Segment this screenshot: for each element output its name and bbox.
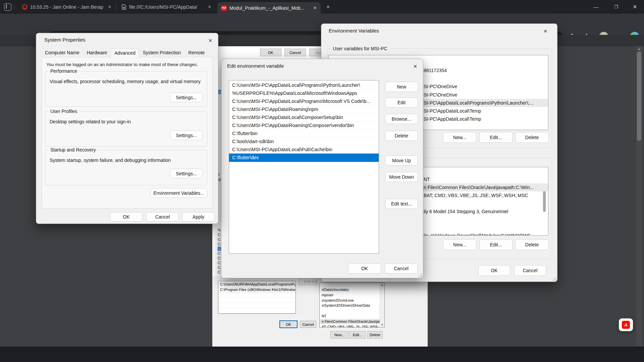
path-list-item[interactable]: C:\flutter\dev — [229, 154, 379, 162]
tab-close-icon[interactable]: ✕ — [312, 5, 318, 11]
scrollbar-thumb[interactable] — [637, 52, 641, 141]
tab-advanced[interactable]: Advanced — [111, 49, 139, 58]
close-icon[interactable]: × — [205, 36, 216, 45]
path-list[interactable]: C:\Users\MSI-PC\AppData\Local\Programs\P… — [229, 80, 379, 254]
path-list-item[interactable]: C:\Users\MSI-PC\AppData\Local\Programs\M… — [229, 97, 379, 106]
startup-recovery-group: Startup and Recovery System startup, sys… — [45, 150, 207, 185]
browser-titlebar: 10.53.25 - Jam Online - Jam Berap ✕ file… — [0, 0, 644, 14]
window-minimize-button[interactable]: — — [587, 0, 605, 13]
user-profiles-settings-button[interactable]: Settings... — [170, 130, 203, 140]
pdf-classic-ok-button: OK — [260, 49, 281, 56]
tab-actions-icon[interactable] — [4, 3, 11, 11]
resize-grip[interactable] — [418, 273, 422, 277]
pdf-classic-value-row: nData\chocolatey — [320, 287, 380, 292]
pdf-text-fragment: C: — [218, 233, 221, 237]
performance-settings-button[interactable]: Settings... — [170, 93, 203, 102]
pdf-classic-value-row: NT — [320, 314, 380, 319]
pdf-classic-list-row — [219, 303, 295, 308]
dialog-title: System Properties — [44, 37, 86, 43]
resize-grip[interactable] — [552, 277, 556, 281]
admin-note: You must be logged on as an Administrato… — [46, 62, 198, 67]
tab-close-icon[interactable]: ✕ — [107, 4, 113, 10]
pdf-text-fragment: C: — [218, 270, 221, 274]
path-list-item[interactable]: %USERPROFILE%\AppData\Local\Microsoft\Wi… — [229, 89, 379, 98]
environment-variables-button[interactable]: Environment Variables... — [150, 188, 207, 198]
performance-label: Performance — [49, 68, 79, 74]
system-new-button[interactable]: New... — [443, 239, 476, 250]
path-list-item[interactable]: C:\Users\MSI-PC\AppData\Local\Programs\P… — [229, 81, 379, 89]
startup-recovery-label: Startup and Recovery — [49, 147, 97, 153]
pdf-classic-value-row: s\system32\cmd.exe — [320, 298, 380, 303]
user-profiles-desc: Desktop settings related to your sign-in — [50, 119, 131, 124]
cancel-button[interactable]: Cancel — [514, 265, 546, 276]
tab-remote[interactable]: Remote — [184, 48, 208, 57]
pdf-classic-list-row: C:\Program Files (x86)\Windows Kits\10\W… — [219, 287, 295, 293]
pdf-classic-list-row — [219, 298, 295, 303]
path-list-item[interactable]: C:\Users\MSI-PC\AppData\Local\Pub\Cache\… — [229, 145, 379, 154]
pdf-text-fragment: C: — [218, 237, 221, 241]
new-tab-button[interactable]: + — [324, 3, 332, 11]
tab-computer-name[interactable]: Computer Name — [41, 48, 83, 57]
pdf-classic-list-row — [219, 308, 295, 313]
cancel-button[interactable]: Cancel — [385, 263, 418, 274]
system-edit-button[interactable]: Edit... — [479, 239, 513, 250]
browser-tab-2[interactable]: file:///C:/Users/MSI-PC/AppData/ ✕ — [117, 0, 215, 14]
edit-text-button[interactable]: Edit text... — [385, 199, 418, 209]
move-down-button[interactable]: Move Down — [385, 172, 418, 182]
tab-system-protection[interactable]: System Protection — [139, 48, 185, 57]
path-list-item[interactable]: C:\Users\MSI-PC\AppData\Roaming\Composer… — [229, 121, 379, 130]
pdf-classic-value-row — [320, 308, 380, 313]
startup-recovery-desc: System startup, system failure, and debu… — [50, 158, 171, 163]
close-icon[interactable]: × — [410, 62, 421, 70]
user-edit-button[interactable]: Edit... — [479, 132, 513, 143]
cancel-button[interactable]: Cancel — [146, 212, 179, 222]
delete-button[interactable]: Delete — [385, 131, 418, 141]
pdf-classic-delete-button: Delete — [367, 331, 383, 339]
window-title: Environment Variables — [329, 28, 379, 34]
window-close-button[interactable]: ✕ — [626, 0, 644, 13]
browse-button[interactable]: Browse... — [385, 114, 418, 124]
dialog-title: Edit environment variable — [227, 63, 284, 69]
tab-close-icon[interactable]: ✕ — [207, 4, 213, 10]
apply-button[interactable]: Apply — [182, 212, 215, 222]
pdf-classic-list-row: C:\Users\NURFIAH\AppData\Local\Programs\… — [219, 282, 295, 287]
ok-button[interactable]: OK — [348, 263, 381, 274]
scroll-up-icon[interactable]: ▲ — [636, 47, 642, 51]
scrollbar: ▲ ▼ — [380, 283, 384, 327]
pdf-classic-cancel-button: Cancel — [284, 49, 306, 56]
path-list-item[interactable]: C:\tools\dart-sdk\bin — [229, 137, 379, 146]
startup-settings-button[interactable]: Settings... — [170, 169, 203, 178]
path-list-item[interactable]: C:\flutter\bin — [229, 129, 379, 138]
window-maximize-button[interactable]: ❐ — [607, 0, 625, 13]
browser-tab-3-active[interactable]: PDF Modul_Praktikum_-_Aplikasi_Mob... ✕ — [217, 2, 321, 14]
acrobat-floating-button[interactable]: A — [619, 318, 633, 331]
user-delete-button[interactable]: Delete — [515, 132, 549, 143]
pdf-text-fragment: % — [218, 228, 221, 232]
path-list-item[interactable]: C:\Users\MSI-PC\AppData\Local\ComposerSe… — [229, 113, 379, 122]
system-delete-button[interactable]: Delete — [515, 239, 549, 250]
browser-tab-1[interactable]: 10.53.25 - Jam Online - Jam Berap ✕ — [18, 0, 115, 14]
taskbar: 3 29°C Cerah Search T x — [0, 347, 644, 362]
edit-environment-variable-dialog: Edit environment variable × C:\Users\MSI… — [221, 59, 423, 278]
ok-button[interactable]: OK — [478, 265, 510, 276]
tab-title: file:///C:/Users/MSI-PC/AppData/ — [129, 4, 204, 10]
new-button[interactable]: New — [385, 82, 418, 92]
user-profiles-label: User Profiles — [49, 109, 79, 114]
user-new-button[interactable]: New... — [443, 132, 476, 143]
tab-hardware[interactable]: Hardware — [83, 48, 111, 57]
pdf-classic-value-row: mposer — [320, 293, 380, 298]
move-up-button[interactable]: Move Up — [385, 156, 418, 166]
close-icon[interactable]: × — [540, 26, 551, 35]
pdf-text-fragment: C: — [218, 251, 221, 255]
pdf-scrollbar[interactable]: ▲ — [636, 46, 642, 347]
pdf-classic-value-list: ▲ ▼ nData\chocolateymposers\system32\cmd… — [319, 283, 385, 327]
edit-button[interactable]: Edit — [385, 98, 418, 108]
clock-favicon — [22, 4, 28, 10]
ok-button[interactable]: OK — [110, 212, 143, 222]
pdf-text-fragment: C: — [218, 261, 221, 265]
system-properties-dialog: System Properties × Computer NameHardwar… — [36, 33, 218, 224]
path-list-item[interactable]: C:\Users\MSI-PC\AppData\Roaming\npm — [229, 105, 379, 114]
pdf-classic-value-row: AT;.CMD;.VBS;.VBE;.JS;.JSE;.WSF;.WSH;.MS… — [320, 324, 380, 327]
pdf-classic-path-list: C:\Users\NURFIAH\AppData\Local\Programs\… — [218, 281, 296, 314]
performance-desc: Visual effects, processor scheduling, me… — [50, 79, 201, 84]
